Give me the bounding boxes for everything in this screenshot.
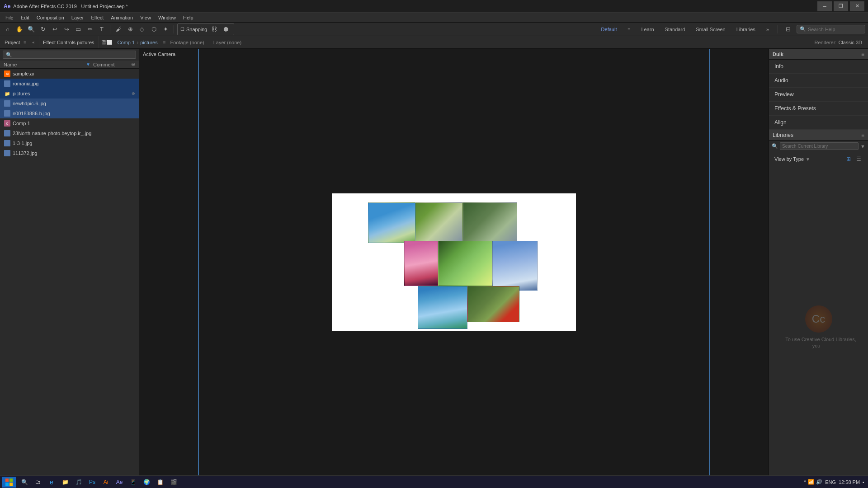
window-controls[interactable]: ─ ❐ ✕ bbox=[817, 1, 864, 11]
project-item-pictures[interactable]: 📁 pictures ⊕ bbox=[0, 89, 139, 99]
hand-tool[interactable]: ✋ bbox=[14, 24, 24, 34]
maximize-button[interactable]: ❐ bbox=[834, 1, 848, 11]
menu-help[interactable]: Help bbox=[179, 14, 197, 21]
project-search-input[interactable] bbox=[3, 51, 136, 59]
rp-align[interactable]: Align bbox=[769, 116, 868, 130]
libraries-search-input[interactable] bbox=[780, 142, 859, 150]
taskbar-edge[interactable]: e bbox=[45, 477, 58, 488]
menu-view[interactable]: View bbox=[137, 14, 155, 21]
workspace-small-screen[interactable]: Small Screen bbox=[692, 26, 729, 33]
photo-2 bbox=[463, 202, 517, 243]
taskbar-media[interactable]: 🎵 bbox=[72, 477, 85, 488]
app-title: Ae Adobe After Effects CC 2019 - Untitle… bbox=[4, 3, 128, 9]
project-item-romania[interactable]: romania.jpg bbox=[0, 79, 139, 89]
redo-button[interactable]: ↪ bbox=[61, 24, 71, 34]
rp-audio[interactable]: Audio bbox=[769, 74, 868, 88]
libraries-dropdown-btn[interactable]: ▼ bbox=[860, 144, 865, 149]
grid-view-btn[interactable]: ⊞ bbox=[844, 155, 853, 163]
workspace-default[interactable]: Default bbox=[598, 26, 621, 33]
in-point-line bbox=[198, 49, 199, 475]
col-actions[interactable]: ⊕ bbox=[131, 61, 135, 67]
item-icon-newhdpic bbox=[4, 100, 11, 107]
duik-menu-icon[interactable]: ≡ bbox=[861, 51, 864, 57]
project-item-131[interactable]: 1-3-1.jpg bbox=[0, 138, 139, 148]
home-button[interactable]: ⌂ bbox=[3, 24, 13, 34]
snapping-checkbox[interactable]: ☐ bbox=[180, 27, 184, 32]
rotate-tool[interactable]: ↻ bbox=[38, 24, 48, 34]
project-item-newhdpic[interactable]: newhdpic-6.jpg bbox=[0, 99, 139, 108]
taskbar-photoshop[interactable]: Ps bbox=[86, 477, 99, 488]
list-view-btn[interactable]: ☰ bbox=[854, 155, 863, 163]
rp-info[interactable]: Info bbox=[769, 60, 868, 74]
renderer-label: Renderer: bbox=[815, 40, 837, 45]
photo-7 bbox=[418, 286, 467, 329]
puppet-tool[interactable]: ✦ bbox=[160, 24, 170, 34]
sync-button[interactable]: ⊟ bbox=[783, 24, 793, 34]
workspace-standard[interactable]: Standard bbox=[661, 26, 689, 33]
rp-effects-presets[interactable]: Effects & Presets bbox=[769, 102, 868, 116]
menu-effect[interactable]: Effect bbox=[87, 14, 107, 21]
svg-rect-1 bbox=[9, 479, 13, 482]
rect-tool[interactable]: ▭ bbox=[73, 24, 83, 34]
minimize-button[interactable]: ─ bbox=[817, 1, 832, 11]
item-icon-23north bbox=[4, 130, 11, 137]
menu-window[interactable]: Window bbox=[155, 14, 179, 21]
renderer-value: Classic 3D bbox=[838, 40, 862, 45]
taskbar-explorer[interactable]: 📁 bbox=[59, 477, 71, 488]
taskbar-app3[interactable]: 📋 bbox=[154, 477, 166, 488]
snap-tool-1[interactable]: ⛓ bbox=[209, 24, 219, 34]
menu-edit[interactable]: Edit bbox=[17, 14, 33, 21]
view-icons: ⊞ ☰ bbox=[844, 155, 863, 163]
roto-tool[interactable]: ⬡ bbox=[149, 24, 159, 34]
project-collapse-btn[interactable]: « bbox=[30, 39, 37, 46]
snap-tool-2[interactable]: ⬢ bbox=[221, 24, 231, 34]
search-help-input[interactable] bbox=[808, 27, 862, 32]
zoom-tool[interactable]: 🔍 bbox=[26, 24, 36, 34]
menu-composition[interactable]: Composition bbox=[33, 14, 68, 21]
view-by-type-row[interactable]: View by Type ▼ ⊞ ☰ bbox=[769, 152, 868, 166]
workspace-learn[interactable]: Learn bbox=[637, 26, 657, 33]
workspace-libraries[interactable]: Libraries bbox=[733, 26, 759, 33]
close-button[interactable]: ✕ bbox=[850, 1, 864, 11]
eraser-tool[interactable]: ◇ bbox=[137, 24, 147, 34]
menu-animation[interactable]: Animation bbox=[107, 14, 137, 21]
brush-tool[interactable]: 🖌 bbox=[113, 24, 123, 34]
taskbar-ae[interactable]: Ae bbox=[113, 477, 126, 488]
tray-network[interactable]: 📶 bbox=[808, 479, 814, 485]
menu-file[interactable]: File bbox=[2, 14, 17, 21]
tray-show-desktop[interactable]: ▪ bbox=[863, 479, 864, 485]
menu-layer[interactable]: Layer bbox=[68, 14, 88, 21]
libraries-section: Libraries ≡ 🔍 ▼ View by Type ▼ ⊞ ☰ Cc To bbox=[769, 130, 868, 488]
tray-volume[interactable]: 🔊 bbox=[816, 479, 822, 485]
rp-preview[interactable]: Preview bbox=[769, 88, 868, 102]
tray-arrow[interactable]: ^ bbox=[804, 479, 806, 485]
project-item-111372[interactable]: 111372.jpg bbox=[0, 148, 139, 158]
taskbar-task-view[interactable]: 🗂 bbox=[32, 477, 44, 488]
breadcrumb-comp1[interactable]: Comp 1 bbox=[118, 40, 135, 45]
libraries-expand-icon[interactable]: ≡ bbox=[861, 132, 864, 138]
snapping-label: Snapping bbox=[186, 27, 208, 32]
taskbar-search[interactable]: 🔍 bbox=[18, 477, 31, 488]
pen-tool[interactable]: ✏ bbox=[85, 24, 95, 34]
taskbar-app4[interactable]: 🎬 bbox=[167, 477, 180, 488]
project-item-23north[interactable]: 23North-nature-photo.beytop.ir_.jpg bbox=[0, 128, 139, 138]
workspace-more[interactable]: » bbox=[763, 26, 773, 33]
project-item-comp1[interactable]: C Comp 1 bbox=[0, 118, 139, 128]
text-tool[interactable]: T bbox=[97, 24, 107, 34]
taskbar-illustrator[interactable]: Ai bbox=[99, 477, 112, 488]
comp-canvas bbox=[332, 193, 576, 331]
sort-icon[interactable]: ▼ bbox=[86, 62, 90, 67]
photo-collage bbox=[368, 202, 522, 329]
project-item-sampleai[interactable]: Ai sample.ai bbox=[0, 69, 139, 79]
start-button[interactable] bbox=[2, 477, 16, 488]
clone-tool[interactable]: ⊕ bbox=[125, 24, 135, 34]
undo-button[interactable]: ↩ bbox=[50, 24, 60, 34]
view-by-type-arrow[interactable]: ▼ bbox=[806, 157, 810, 162]
project-item-n00183886[interactable]: n00183886-b.jpg bbox=[0, 108, 139, 118]
workspace-menu[interactable]: ≡ bbox=[624, 24, 634, 34]
project-expand-icon[interactable]: ≡ bbox=[24, 40, 26, 45]
taskbar-app1[interactable]: 📱 bbox=[127, 477, 139, 488]
taskbar-app2[interactable]: 🌍 bbox=[140, 477, 153, 488]
breadcrumb-pictures[interactable]: pictures bbox=[140, 40, 158, 45]
libraries-header: Libraries ≡ bbox=[769, 130, 868, 141]
